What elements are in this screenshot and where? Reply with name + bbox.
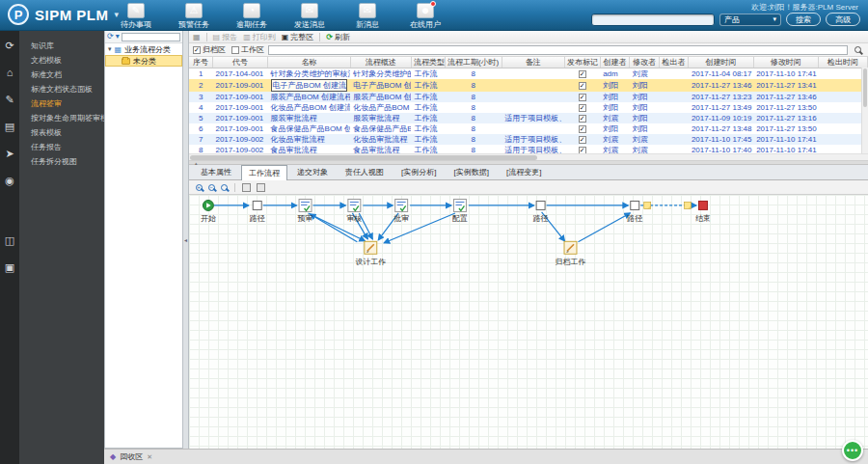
column-header[interactable]: 修改时间: [753, 57, 818, 68]
tree-filter-icon[interactable]: ▾: [116, 32, 120, 41]
column-header[interactable]: 序号: [189, 57, 212, 68]
vertical-scrollbar[interactable]: [861, 68, 868, 153]
report-button[interactable]: ▤报告: [213, 32, 238, 42]
sidebar-item[interactable]: 报表模板: [19, 125, 104, 140]
print-diagram-icon[interactable]: [257, 183, 265, 192]
tree-expand-icon[interactable]: ▾: [108, 45, 112, 53]
checkbox-checked-icon[interactable]: ✓: [193, 46, 201, 54]
table-row[interactable]: 22017-109-001电子产品BOM 创建流程电子产品BOM 创建..工作流…: [189, 79, 868, 92]
column-header[interactable]: 名称: [268, 57, 351, 68]
table-row[interactable]: 62017-109-001食品保健品产品BOM 创建..食品保健品产品BO..工…: [189, 123, 868, 134]
header-tool-send-message[interactable]: ✉发送消息: [287, 3, 332, 30]
full-zone-button[interactable]: ▣完整区: [282, 32, 314, 42]
tab-工作流程[interactable]: 工作流程: [241, 165, 287, 180]
search-button[interactable]: 搜索: [786, 13, 821, 26]
horizontal-scrollbar-thumb[interactable]: [190, 155, 537, 160]
column-header[interactable]: 检出者: [659, 57, 689, 68]
column-header[interactable]: 发布标记: [564, 57, 600, 68]
zoom-out-icon[interactable]: −: [208, 184, 215, 191]
support-icon[interactable]: ◉: [3, 174, 16, 187]
column-header[interactable]: 检出时间: [818, 57, 867, 68]
table-row[interactable]: 52017-109-001服装审批流程服装审批流程工作流8适用于项目模板、项目、…: [189, 113, 868, 123]
tree-node-root[interactable]: ▾ ▦ 业务流程分类: [105, 43, 182, 55]
sidebar-item[interactable]: 文档模板: [19, 53, 104, 68]
tab-实例分析[interactable]: [实例分析]: [393, 164, 444, 179]
tree-filter-input[interactable]: [122, 33, 180, 41]
header-tool-overdue-task[interactable]: ◔逾期任务: [230, 3, 274, 30]
header-tool-todo[interactable]: ✎待办事项: [114, 3, 158, 30]
sidebar-item[interactable]: 标准文档: [19, 68, 104, 82]
flow-node-task: 预审: [298, 199, 313, 222]
grid-icon[interactable]: ▦: [193, 33, 201, 41]
header-tool-online-users[interactable]: ☻在线用户: [403, 3, 448, 30]
column-header[interactable]: 流程工期(小时): [445, 57, 502, 68]
tree-node-uncategorized[interactable]: 未分类: [105, 55, 182, 67]
global-search-input[interactable]: [591, 14, 715, 26]
print-to-button[interactable]: ▥打印到: [243, 32, 276, 42]
logo-icon: P: [8, 4, 29, 25]
column-header[interactable]: 备注: [502, 57, 564, 68]
zoom-reset-icon[interactable]: [221, 184, 228, 191]
header-tool-label: 预警任务: [178, 19, 209, 30]
recycle-icon: ◆: [110, 452, 116, 461]
tab-实例数据[interactable]: [实例数据]: [446, 164, 496, 179]
home-icon[interactable]: ⌂: [3, 66, 16, 79]
column-header[interactable]: 流程类型: [411, 57, 445, 68]
table-row[interactable]: 72017-109-002化妆品审批流程化妆品审批流程工作流8适用于项目模板、项…: [189, 134, 868, 145]
sync-icon[interactable]: ⟳: [3, 39, 16, 52]
sidebar-item[interactable]: 按对象生命周期签审模板: [19, 111, 104, 125]
chat-icon[interactable]: ▣: [3, 260, 16, 274]
refresh-button[interactable]: ⟳刷新: [326, 32, 350, 42]
table-row[interactable]: 82017-109-002食品审批流程食品审批流程工作流8适用于项目模板、项目、…: [189, 145, 868, 154]
column-header[interactable]: 修改者: [630, 57, 660, 68]
column-header[interactable]: 代号: [212, 57, 267, 68]
tab-递交对象[interactable]: 递交对象: [289, 164, 336, 179]
search-category-select[interactable]: 产品 ▾: [719, 14, 781, 26]
alert-task-icon: ⚠: [185, 3, 203, 18]
sidebar-item[interactable]: 知识库: [19, 39, 104, 53]
search-icon[interactable]: [854, 46, 861, 53]
chat-dots-icon: •••: [847, 447, 858, 455]
sidebar-item[interactable]: 任务拆分视图: [19, 154, 104, 169]
zoom-in-icon[interactable]: +: [196, 184, 203, 191]
collapse-icon[interactable]: ◂: [184, 236, 187, 243]
tree-root-label: 业务流程分类: [124, 44, 171, 55]
todo-icon: ✎: [127, 3, 145, 18]
fit-view-icon[interactable]: [242, 183, 251, 192]
header-tool-alert-task[interactable]: ⚠预警任务: [172, 3, 216, 30]
table-row[interactable]: 12017-104-001针对象分类维护的审核流程针对象分类维护的审..工作流8…: [189, 68, 868, 80]
flow-node-label: 审核: [346, 214, 362, 223]
close-icon[interactable]: ✕: [147, 453, 152, 461]
tab-流程变更[interactable]: [流程变更]: [499, 164, 549, 179]
separator: [206, 33, 207, 41]
edit-icon[interactable]: ✎: [3, 93, 16, 106]
database-icon[interactable]: ▤: [3, 120, 16, 133]
sidebar-item[interactable]: 任务报告: [19, 140, 104, 154]
vertical-scrollbar-thumb[interactable]: [863, 68, 867, 107]
table-row[interactable]: 32017-109-001服装产品BOM 创建流程服装产品BOM 创建..工作流…: [189, 92, 868, 102]
checkbox-unchecked-icon[interactable]: [231, 46, 239, 54]
flow-node-task: 配置: [452, 199, 468, 222]
recycle-label[interactable]: 回收区: [120, 451, 143, 462]
send-icon[interactable]: ➤: [3, 147, 16, 160]
name-edit-box[interactable]: 电子产品BOM 创建流程: [271, 79, 348, 92]
book-icon[interactable]: ◫: [3, 233, 16, 247]
grid-filter-input[interactable]: [268, 45, 848, 55]
zone-filter-checkbox[interactable]: 工作区: [231, 44, 264, 55]
tab-责任人视图[interactable]: 责任人视图: [338, 164, 392, 179]
advanced-search-button[interactable]: 高级: [826, 13, 860, 26]
sidebar-item[interactable]: 标准文档状态面板: [19, 82, 104, 96]
table-row[interactable]: 42017-109-001化妆品产品BOM 创建流程化妆品产品BOM 创..工作…: [189, 102, 868, 113]
tree-refresh-icon[interactable]: ⟳: [107, 32, 114, 41]
column-header[interactable]: 创建时间: [689, 57, 753, 68]
header-tool-new-message[interactable]: ✉新消息: [345, 3, 390, 30]
tab-基本属性[interactable]: 基本属性: [193, 164, 239, 179]
chat-bubble-button[interactable]: •••: [842, 440, 863, 461]
send-message-icon: ✉: [301, 3, 318, 18]
sidebar-icon-strip: ⟳⌂✎▤➤◉◫▣: [0, 31, 19, 464]
zone-filter-checkbox[interactable]: ✓归档区: [193, 44, 226, 55]
column-header[interactable]: 创建者: [600, 57, 630, 68]
column-header[interactable]: 流程概述: [350, 57, 411, 68]
sidebar-item[interactable]: 流程签审: [19, 96, 104, 111]
horizontal-scrollbar[interactable]: [189, 154, 868, 161]
